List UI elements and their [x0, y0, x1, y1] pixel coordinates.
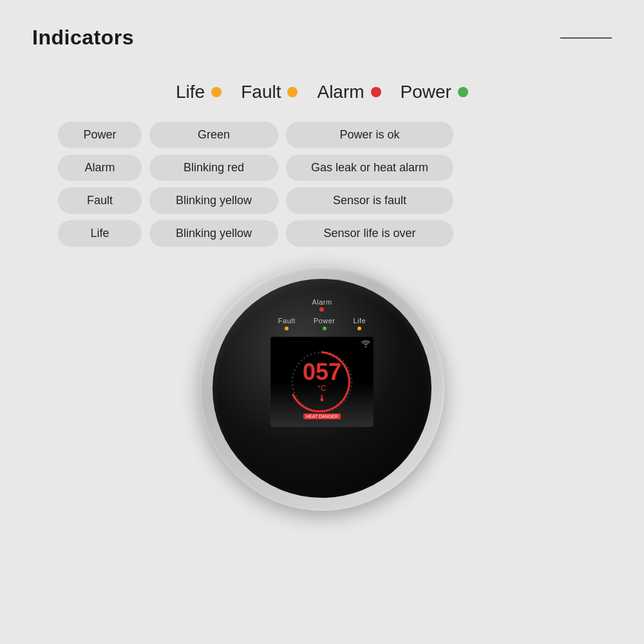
- device-container: Alarm Fault Power Life: [0, 266, 644, 511]
- device-power-dot: [323, 327, 327, 330]
- cell-desc-gas-leak: Gas leak or heat alarm: [286, 155, 453, 181]
- indicators-table: Power Green Power is ok Alarm Blinking r…: [58, 122, 586, 253]
- cell-status-blinking-red: Blinking red: [149, 155, 278, 181]
- device-fault-dot: [285, 327, 289, 330]
- wifi-icon: [361, 340, 370, 349]
- table-row: Power Green Power is ok: [58, 122, 586, 148]
- cell-status-blinking-yellow-fault: Blinking yellow: [149, 187, 278, 214]
- device-screen: 057 °C 🌡 HEAT DANGER: [270, 337, 374, 427]
- device-life-indicator: Life: [353, 317, 366, 330]
- device-alarm-label: Alarm: [312, 298, 332, 306]
- device-inner: Alarm Fault Power Life: [213, 279, 431, 498]
- device-life-label: Life: [353, 317, 366, 325]
- legend-label-power: Power: [401, 82, 451, 102]
- heat-danger-badge: HEAT DANGER: [303, 413, 341, 419]
- table-row: Alarm Blinking red Gas leak or heat alar…: [58, 155, 586, 181]
- device-life-dot: [357, 327, 361, 330]
- dot-life: [211, 87, 222, 97]
- dot-alarm: [371, 87, 381, 97]
- table-row: Fault Blinking yellow Sensor is fault: [58, 187, 586, 214]
- legend-item-power: Power: [401, 82, 468, 102]
- device-power-label: Power: [314, 317, 336, 325]
- device-outer-ring: Alarm Fault Power Life: [200, 266, 444, 511]
- cell-indicator-fault: Fault: [58, 187, 142, 214]
- gauge-container: 057 °C 🌡: [287, 346, 357, 417]
- legend-item-life: Life: [176, 82, 222, 102]
- dot-fault: [287, 87, 298, 97]
- device-bottom-labels: Fault Power Life: [278, 317, 366, 330]
- device-power-indicator: Power: [314, 317, 336, 330]
- legend-item-fault: Fault: [241, 82, 298, 102]
- legend-item-alarm: Alarm: [317, 82, 381, 102]
- cell-status-blinking-yellow-life: Blinking yellow: [149, 220, 278, 247]
- device-fault-label: Fault: [278, 317, 296, 325]
- cell-desc-power-ok: Power is ok: [286, 122, 453, 148]
- device-alarm-indicator: Alarm: [312, 298, 332, 312]
- page-title: Indicators: [32, 26, 134, 50]
- device-fault-indicator: Fault: [278, 317, 296, 330]
- legend-label-fault: Fault: [241, 82, 281, 102]
- thermometer-icon: 🌡: [317, 393, 327, 403]
- dot-power: [458, 87, 468, 97]
- legend-label-life: Life: [176, 82, 205, 102]
- legend-row: Life Fault Alarm Power: [0, 82, 644, 102]
- gauge-unit: °C: [317, 384, 326, 393]
- gauge-value: 057: [303, 361, 341, 384]
- table-row: Life Blinking yellow Sensor life is over: [58, 220, 586, 247]
- cell-status-green: Green: [149, 122, 278, 148]
- cell-desc-sensor-life-over: Sensor life is over: [286, 220, 453, 247]
- cell-desc-sensor-fault: Sensor is fault: [286, 187, 453, 214]
- cell-indicator-alarm: Alarm: [58, 155, 142, 181]
- cell-indicator-life: Life: [58, 220, 142, 247]
- header: Indicators: [0, 0, 644, 62]
- header-line: [560, 37, 612, 39]
- cell-indicator-power: Power: [58, 122, 142, 148]
- legend-label-alarm: Alarm: [317, 82, 364, 102]
- page-container: Indicators Life Fault Alarm Power Power …: [0, 0, 644, 644]
- device-alarm-dot: [319, 307, 324, 312]
